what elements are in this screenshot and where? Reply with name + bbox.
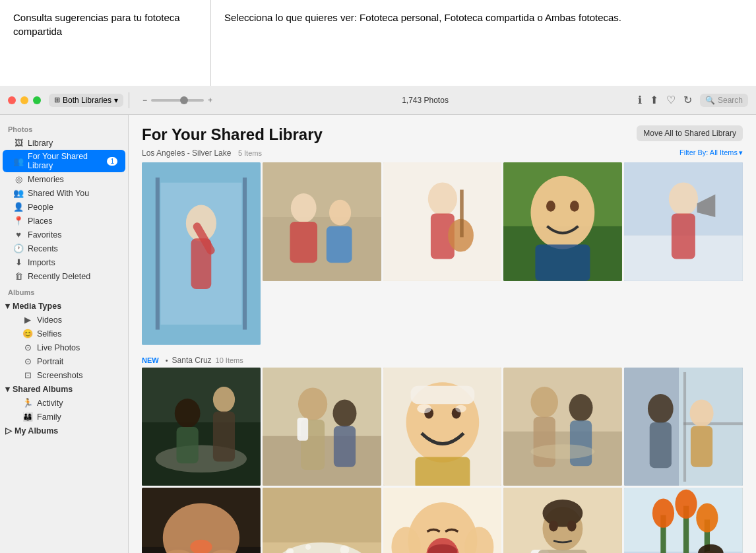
svg-rect-96 [538,550,588,553]
sidebar-item-portrait[interactable]: ⊙ Portrait [3,354,125,368]
videos-icon: ▶ [22,315,33,325]
sidebar-item-selfies[interactable]: 😊 Selfies [3,327,125,341]
svg-point-23 [570,201,579,212]
my-albums-toggle[interactable]: ▷ My Albums [0,424,128,438]
sidebar-item-shared-with-you[interactable]: 👥 Shared With You [3,186,125,200]
svg-point-93 [550,521,559,532]
search-icon: 🔍 [705,96,715,105]
sidebar-item-places[interactable]: 📍 Places [3,214,125,228]
svg-rect-54 [503,431,622,486]
svg-point-55 [531,387,558,418]
svg-point-10 [329,200,351,226]
sidebar-item-activity[interactable]: 🏃 Activity [3,396,125,410]
sidebar-item-memories[interactable]: ◎ Memories [3,172,125,186]
zoom-plus-icon[interactable]: + [208,96,212,105]
filter-button[interactable]: Filter By: All Items ▾ [679,148,743,157]
move-all-button[interactable]: Move All to Shared Library [637,125,743,141]
tooltip-left: Consulta sugerencias para tu fototeca co… [0,0,211,86]
content-header: For Your Shared Library Move All to Shar… [142,125,743,144]
app-window: ⊞ Both Libraries ▾ − + 1,743 Photos ℹ ⬆ … [0,86,756,553]
sidebar-item-imports[interactable]: ⬇ Imports [3,255,125,269]
svg-point-79 [305,544,311,550]
svg-point-104 [696,504,718,533]
shared-albums-toggle[interactable]: ▾ Shared Albums [0,382,128,396]
svg-point-40 [298,387,327,420]
svg-point-103 [676,490,697,519]
family-icon: 👨‍👩‍👦 [22,412,33,422]
svg-rect-2 [156,178,160,330]
photo-cell[interactable] [383,162,502,281]
library-icon: 🖼 [13,138,24,148]
places-icon: 📍 [13,216,24,226]
library-selector[interactable]: ⊞ Both Libraries ▾ [49,94,123,107]
photo-cell[interactable] [503,368,622,486]
zoom-control: − + [142,96,212,105]
chevron-down-icon: ▾ [114,96,118,105]
sidebar-item-favorites[interactable]: ♥ Favorites [3,228,125,242]
svg-rect-3 [243,178,247,330]
svg-rect-18 [460,189,464,237]
svg-rect-8 [263,217,381,281]
traffic-lights [8,96,41,104]
photo-cell[interactable] [142,488,261,553]
recently-deleted-icon: 🗑 [13,271,24,281]
svg-rect-56 [534,416,555,467]
photo-cell[interactable] [624,162,743,281]
media-types-toggle[interactable]: ▾ Media Types [0,299,128,313]
info-icon[interactable]: ℹ [638,94,642,106]
zoom-slider[interactable] [151,99,204,102]
svg-point-21 [531,176,595,249]
photo-cell[interactable] [383,368,502,486]
screenshots-icon: ⊡ [22,370,33,380]
share-icon[interactable]: ⬆ [650,94,658,106]
svg-point-92 [543,500,583,527]
photo-cell[interactable] [142,368,261,486]
photo-cell[interactable] [503,162,622,281]
maximize-button[interactable] [33,96,41,104]
svg-rect-51 [410,385,474,404]
content-area: For Your Shared Library Move All to Shar… [129,115,756,553]
sidebar-item-recently-deleted[interactable]: 🗑 Recently Deleted [3,269,125,283]
section2-separator: • [166,356,168,364]
sidebar-item-library[interactable]: 🖼 Library [3,136,125,150]
photo-cell[interactable] [383,488,502,553]
photo-cell[interactable] [624,368,743,486]
photo-cell[interactable] [624,488,743,553]
sidebar-item-videos[interactable]: ▶ Videos [3,313,125,327]
svg-rect-11 [290,222,317,263]
sidebar-item-screenshots[interactable]: ⊡ Screenshots [3,368,125,382]
photo-cell[interactable] [263,162,381,281]
close-button[interactable] [8,96,16,104]
sidebar-item-people[interactable]: 👤 People [3,200,125,214]
svg-rect-44 [334,426,356,467]
photo-cell[interactable] [263,368,381,486]
svg-rect-62 [683,372,686,482]
zoom-thumb [180,96,188,104]
search-box[interactable]: 🔍 Search [700,94,748,107]
svg-rect-35 [177,427,199,463]
photo-count: 1,743 Photos [212,96,638,105]
zoom-minus-icon[interactable]: − [142,96,147,105]
sidebar-item-recents[interactable]: 🕐 Recents [3,242,125,255]
sidebar-item-shared-library[interactable]: 👥 For Your Shared Library 1 [3,150,125,172]
photo-grid-section1 [142,162,743,345]
photo-cell[interactable] [503,488,622,553]
photo-cell[interactable] [263,488,381,553]
heart-icon[interactable]: ♡ [666,94,676,106]
photo-cell[interactable] [142,162,261,345]
library-selector-icon: ⊞ [54,96,60,104]
svg-point-43 [332,399,356,426]
memories-icon: ◎ [13,174,24,184]
photo-grid-section2-row1 [142,368,743,486]
minimize-button[interactable] [20,96,28,104]
section2-count: 10 Items [216,356,243,364]
svg-point-28 [669,182,698,215]
svg-point-50 [455,405,466,412]
activity-icon: 🏃 [22,398,33,408]
rotate-icon[interactable]: ↻ [683,94,692,106]
svg-point-49 [417,404,431,413]
sidebar-item-live-photos[interactable]: ⊙ Live Photos [3,341,125,354]
sidebar-item-family[interactable]: 👨‍👩‍👦 Family [3,410,125,424]
live-photos-icon: ⊙ [22,342,33,352]
svg-point-9 [291,193,317,222]
